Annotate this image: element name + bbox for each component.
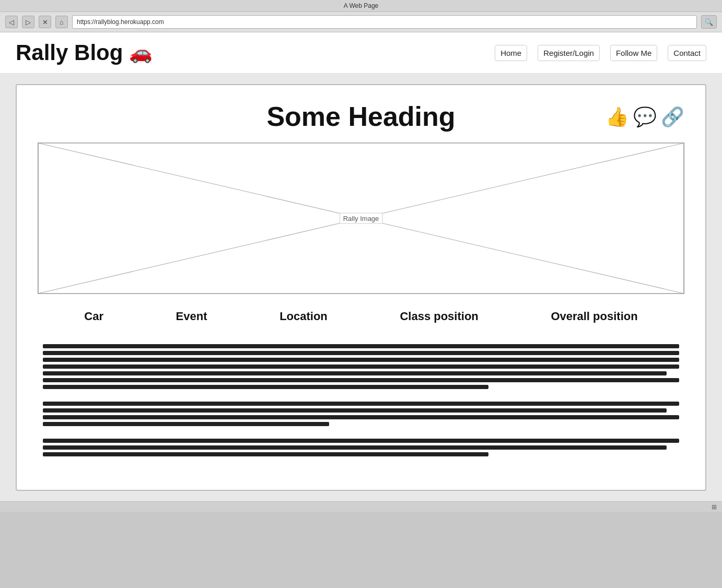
car-icon: 🚗 xyxy=(129,42,153,64)
text-line xyxy=(43,351,679,355)
nav-follow-me[interactable]: Follow Me xyxy=(610,45,657,61)
text-line xyxy=(43,378,679,382)
page-title: A Web Page xyxy=(344,2,379,9)
image-label: Rally Image xyxy=(340,213,383,224)
text-line xyxy=(43,402,679,406)
address-bar[interactable] xyxy=(72,15,697,29)
site-nav: Home Register/Login Follow Me Contact xyxy=(495,45,706,61)
status-icon: ⊞ xyxy=(712,503,717,511)
stats-row: Car Event Location Class position Overal… xyxy=(38,310,684,323)
page-wrapper: Some Heading 👍 💬 🔗 Rally Image Car xyxy=(0,74,722,501)
text-line xyxy=(43,385,488,389)
stat-overall-position: Overall position xyxy=(551,310,637,323)
site-header: Rally Blog 🚗 Home Register/Login Follow … xyxy=(0,32,722,74)
text-block-3 xyxy=(43,439,679,456)
post-heading-area: Some Heading 👍 💬 🔗 xyxy=(38,101,684,132)
like-icon[interactable]: 👍 xyxy=(605,106,629,128)
nav-contact[interactable]: Contact xyxy=(668,45,706,61)
nav-register-login[interactable]: Register/Login xyxy=(538,45,600,61)
forward-button[interactable]: ▷ xyxy=(22,16,34,28)
text-line xyxy=(43,422,329,426)
content-card: Some Heading 👍 💬 🔗 Rally Image Car xyxy=(16,84,706,491)
logo-text: Rally Blog xyxy=(16,40,123,65)
stop-button[interactable]: ✕ xyxy=(39,16,51,28)
stat-class-position: Class position xyxy=(400,310,478,323)
home-button[interactable]: ⌂ xyxy=(55,16,68,28)
text-line xyxy=(43,371,667,375)
site-logo: Rally Blog 🚗 xyxy=(16,40,153,65)
stat-location: Location xyxy=(280,310,328,323)
browser-title-bar: A Web Page xyxy=(0,0,722,12)
stat-event: Event xyxy=(176,310,207,323)
post-body xyxy=(38,344,684,456)
text-line xyxy=(43,364,679,369)
browser-status-bar: ⊞ xyxy=(0,501,722,512)
text-line xyxy=(43,415,679,419)
text-block-1 xyxy=(43,344,679,389)
text-line xyxy=(43,445,667,450)
rally-image-placeholder: Rally Image xyxy=(38,143,684,294)
stat-car: Car xyxy=(84,310,103,323)
text-line xyxy=(43,408,667,413)
text-line xyxy=(43,344,679,348)
text-line xyxy=(43,439,679,443)
browser-content: Rally Blog 🚗 Home Register/Login Follow … xyxy=(0,32,722,501)
post-heading: Some Heading xyxy=(38,101,684,132)
nav-home[interactable]: Home xyxy=(495,45,527,61)
browser-toolbar: ◁ ▷ ✕ ⌂ 🔍 xyxy=(0,12,722,32)
share-icon[interactable]: 🔗 xyxy=(661,106,684,128)
comment-icon[interactable]: 💬 xyxy=(633,106,657,128)
text-block-2 xyxy=(43,402,679,426)
post-actions: 👍 💬 🔗 xyxy=(605,106,684,128)
text-line xyxy=(43,358,679,362)
back-button[interactable]: ◁ xyxy=(5,16,18,28)
text-line xyxy=(43,452,488,456)
search-button[interactable]: 🔍 xyxy=(701,15,717,29)
